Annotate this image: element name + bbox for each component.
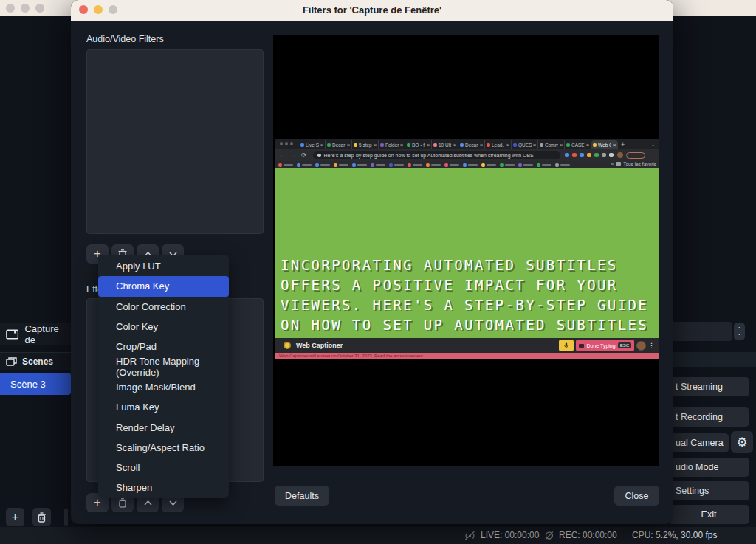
menu-item[interactable]: Sharpen <box>98 478 229 497</box>
menu-item[interactable]: HDR Tone Mapping (Override) <box>98 357 229 376</box>
start-recording-button[interactable]: t Recording <box>668 407 749 427</box>
transition-stepper[interactable]: ⌃ ⌄ <box>734 323 745 340</box>
extension-icon[interactable] <box>609 153 614 157</box>
bookmark-item[interactable] <box>389 163 404 167</box>
bookmark-item[interactable] <box>463 163 478 167</box>
browser-tab[interactable]: Folder × <box>379 140 405 149</box>
extension-icon[interactable] <box>602 153 606 157</box>
bookmark-item[interactable] <box>537 163 551 167</box>
zoom-icon[interactable] <box>35 4 44 13</box>
browser-profile-avatar[interactable] <box>617 152 623 158</box>
tab-close-icon[interactable]: × <box>453 142 456 148</box>
tab-close-icon[interactable]: × <box>320 142 323 148</box>
exit-button[interactable]: Exit <box>668 505 749 524</box>
tab-close-icon[interactable]: × <box>480 142 483 148</box>
browser-tab[interactable]: Comm × <box>538 140 565 149</box>
browser-tab[interactable]: 5 step × <box>352 140 379 149</box>
start-streaming-button[interactable]: t Streaming <box>668 377 749 396</box>
scene-item-selected[interactable]: Scène 3 <box>0 373 71 395</box>
browser-update-pill[interactable] <box>626 152 645 159</box>
browser-tab[interactable]: QUES × <box>512 140 538 149</box>
tab-favicon <box>540 143 543 147</box>
bookmark-item[interactable] <box>444 163 459 167</box>
forward-icon[interactable]: → <box>290 151 297 159</box>
tab-label: CASE <box>571 142 585 148</box>
menu-item[interactable]: Crop/Pad <box>98 337 229 357</box>
done-typing-button[interactable]: Done Typing ESC <box>576 340 634 351</box>
bookmark-item[interactable] <box>518 163 533 167</box>
studio-mode-button[interactable]: udio Mode <box>668 458 749 477</box>
exit-label: Exit <box>701 509 717 520</box>
sunset-banner[interactable]: Web Captioner will sunset on October 31,… <box>275 353 659 359</box>
tab-close-icon[interactable]: × <box>613 142 616 148</box>
audio-video-filters-label: Audio/Video Filters <box>86 34 164 44</box>
bookmark-item[interactable] <box>408 163 422 167</box>
menu-item[interactable]: Color Key <box>98 317 229 337</box>
menu-item[interactable]: Apply LUT <box>98 256 229 276</box>
bookmark-item[interactable] <box>297 163 312 167</box>
dock-splitter[interactable] <box>64 509 68 526</box>
menu-item[interactable]: Color Correction <box>98 297 229 317</box>
browser-tab[interactable]: Live S × <box>299 140 326 149</box>
tab-close-icon[interactable]: × <box>506 142 509 148</box>
browser-tab[interactable]: CASE × <box>565 140 591 149</box>
tab-close-icon[interactable]: × <box>347 142 350 148</box>
tab-close-icon[interactable]: × <box>586 142 589 148</box>
bookmark-item[interactable] <box>481 163 496 167</box>
menu-item[interactable]: Image Mask/Blend <box>98 377 229 397</box>
close-icon[interactable] <box>6 4 15 13</box>
back-icon[interactable]: ← <box>279 151 286 159</box>
microphone-button[interactable] <box>559 340 574 351</box>
bookmark-item[interactable] <box>352 163 367 167</box>
settings-button[interactable]: Settings <box>668 481 749 500</box>
close-button[interactable]: Close <box>614 486 659 506</box>
browser-tab[interactable]: BO - f × <box>405 140 432 149</box>
defaults-button[interactable]: Defaults <box>275 486 329 506</box>
tab-close-icon[interactable]: × <box>533 142 536 148</box>
menu-item[interactable]: Luma Key <box>98 397 229 417</box>
virtual-camera-button[interactable]: ual Camera <box>668 433 729 452</box>
audio-video-filters-list[interactable] <box>86 49 264 234</box>
extension-icon[interactable] <box>565 153 569 157</box>
bookmark-item[interactable] <box>278 163 293 167</box>
scenes-panel-header[interactable]: Scenes <box>0 352 71 370</box>
browser-tab[interactable]: 10 Ult × <box>432 140 458 149</box>
browser-tab[interactable]: Web C × <box>591 140 618 149</box>
menu-item[interactable]: Scaling/Aspect Ratio <box>98 438 229 458</box>
tab-close-icon[interactable]: × <box>400 142 403 148</box>
bookmark-item[interactable] <box>371 163 385 167</box>
browser-tab[interactable]: Decar × <box>458 140 485 149</box>
address-bar[interactable]: Here's a step-by-step guide on how to se… <box>313 151 560 159</box>
bookmark-item[interactable] <box>426 163 441 167</box>
bookmark-item[interactable] <box>500 163 515 167</box>
new-tab-button[interactable]: + <box>621 141 625 148</box>
menu-item[interactable]: Chroma Key <box>98 276 229 296</box>
browser-tab[interactable]: Lead. × <box>485 140 512 149</box>
minimize-icon[interactable] <box>21 4 30 13</box>
tab-close-icon[interactable]: × <box>427 142 430 148</box>
tab-search-chevron-icon[interactable]: ⌄ <box>650 141 656 148</box>
bookmark-item[interactable] <box>315 163 330 167</box>
main-window-traffic-lights[interactable] <box>6 4 44 13</box>
add-scene-button[interactable]: + <box>6 508 24 526</box>
remove-scene-button[interactable] <box>32 508 51 526</box>
extension-icon[interactable] <box>587 153 591 157</box>
extension-icon[interactable] <box>572 153 577 157</box>
kebab-menu-icon[interactable]: ⋮ <box>648 342 655 349</box>
extension-icons[interactable] <box>565 153 614 157</box>
menu-item[interactable]: Render Delay <box>98 417 229 437</box>
browser-tab[interactable]: Decar × <box>326 140 352 149</box>
user-avatar[interactable] <box>636 341 646 351</box>
tab-close-icon[interactable]: × <box>374 142 377 148</box>
tab-close-icon[interactable]: × <box>560 142 563 148</box>
bookmark-item[interactable] <box>555 163 570 167</box>
bookmarks-overflow[interactable]: » Tous les favoris <box>611 162 656 167</box>
menu-item[interactable]: Scroll <box>98 458 229 478</box>
extension-icon[interactable] <box>594 153 599 157</box>
source-item-capture-de-fenetre[interactable]: Capture de <box>0 323 71 345</box>
virtual-camera-settings-button[interactable]: ⚙ <box>731 431 753 453</box>
bookmark-favicon <box>352 163 356 167</box>
extension-icon[interactable] <box>580 153 584 157</box>
reload-icon[interactable]: ⟳ <box>301 151 307 159</box>
bookmark-item[interactable] <box>334 163 348 167</box>
